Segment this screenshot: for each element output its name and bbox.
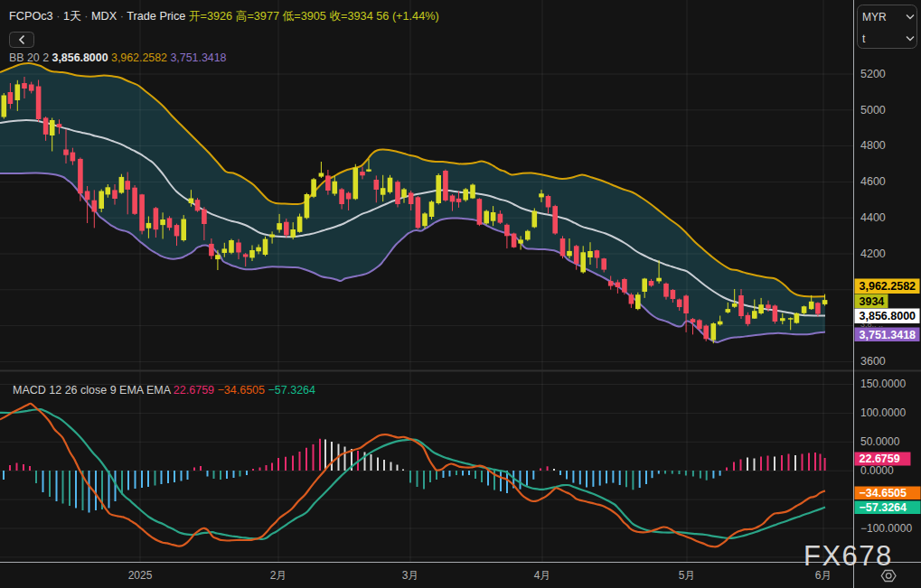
svg-text:0.0000: 0.0000: [860, 464, 894, 477]
svg-text:−34.6505: −34.6505: [860, 487, 907, 499]
svg-text:4月: 4月: [534, 569, 551, 582]
svg-text:MYR: MYR: [862, 11, 887, 23]
svg-text:3,962.2582: 3,962.2582: [860, 280, 916, 293]
svg-text:5200: 5200: [860, 68, 886, 80]
svg-text:FX678: FX678: [804, 540, 893, 572]
svg-text:MACD 12 26 close 9 EMA EMA 22: MACD 12 26 close 9 EMA EMA 22.6759 −34.6…: [13, 384, 315, 397]
svg-text:6月: 6月: [815, 569, 832, 582]
svg-text:4800: 4800: [860, 139, 886, 152]
svg-text:100.0000: 100.0000: [860, 406, 906, 419]
svg-text:3600: 3600: [860, 355, 886, 368]
svg-text:−57.3264: −57.3264: [860, 501, 907, 514]
svg-text:BB 20 2 3,856.8000 3,962.2582: BB 20 2 3,856.8000 3,962.2582 3,751.3418: [9, 51, 227, 64]
svg-text:4400: 4400: [860, 211, 886, 224]
svg-text:5000: 5000: [860, 104, 886, 117]
svg-text:FCPOc3 · 1天 · MDX · Trade Pric: FCPOc3 · 1天 · MDX · Trade Price 开=3926 高…: [9, 10, 439, 23]
svg-text:−100.0000: −100.0000: [860, 522, 912, 535]
svg-text:22.6759: 22.6759: [860, 453, 900, 465]
svg-text:4600: 4600: [860, 175, 886, 188]
svg-text:2月: 2月: [270, 569, 287, 582]
svg-text:50.0000: 50.0000: [860, 435, 900, 448]
svg-text:3934: 3934: [860, 295, 885, 308]
svg-text:3,856.8000: 3,856.8000: [860, 310, 916, 322]
svg-text:4200: 4200: [860, 247, 886, 260]
svg-text:3月: 3月: [402, 569, 419, 582]
svg-text:150.0000: 150.0000: [860, 378, 906, 390]
svg-text:3,751.3418: 3,751.3418: [860, 329, 916, 341]
svg-text:5月: 5月: [679, 569, 696, 582]
svg-text:2025: 2025: [128, 569, 153, 582]
